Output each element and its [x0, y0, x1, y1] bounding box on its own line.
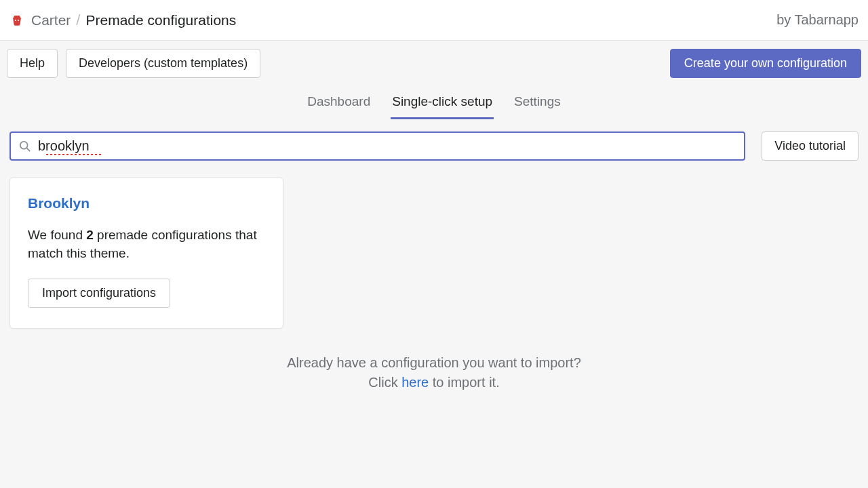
topbar: Carter / Premade configurations by Tabar…: [0, 0, 868, 41]
tab-settings[interactable]: Settings: [513, 89, 562, 119]
search-icon: [19, 140, 31, 152]
tab-dashboard[interactable]: Dashboard: [306, 89, 372, 119]
breadcrumb-separator: /: [76, 12, 80, 29]
theme-description: We found 2 premade configurations that m…: [28, 226, 265, 262]
theme-name[interactable]: Brooklyn: [28, 195, 265, 211]
search-row: Video tutorial: [0, 119, 868, 161]
svg-line-3: [27, 148, 31, 151]
svg-point-1: [18, 20, 19, 21]
import-configurations-button[interactable]: Import configurations: [28, 279, 170, 308]
byline: by Tabarnapp: [776, 12, 859, 28]
footer-line-2: Click here to import it.: [0, 373, 868, 392]
desc-count: 2: [86, 228, 94, 242]
create-configuration-button[interactable]: Create your own configuration: [670, 49, 861, 78]
breadcrumb-page: Premade configurations: [85, 12, 236, 28]
svg-point-0: [15, 20, 16, 21]
results-area: Brooklyn We found 2 premade configuratio…: [0, 161, 868, 345]
svg-point-2: [20, 141, 28, 148]
breadcrumb-store[interactable]: Carter: [31, 12, 71, 28]
video-tutorial-button[interactable]: Video tutorial: [762, 131, 859, 161]
footer-cta: Already have a configuration you want to…: [0, 353, 868, 392]
search-field-wrapper[interactable]: [9, 131, 745, 161]
theme-result-card: Brooklyn We found 2 premade configuratio…: [9, 177, 283, 329]
import-here-link[interactable]: here: [401, 375, 429, 390]
tabs: Dashboard Single-click setup Settings: [0, 78, 868, 119]
help-button[interactable]: Help: [7, 49, 58, 78]
app-logo-icon: [9, 13, 24, 28]
search-input[interactable]: [38, 138, 736, 154]
spellcheck-underline: [46, 154, 102, 155]
footer-post: to import it.: [429, 375, 499, 390]
tab-single-click-setup[interactable]: Single-click setup: [391, 89, 494, 119]
footer-line-1: Already have a configuration you want to…: [0, 353, 868, 373]
action-row: Help Developers (custom templates) Creat…: [0, 41, 868, 78]
desc-pre: We found: [28, 228, 86, 242]
breadcrumb: Carter / Premade configurations: [9, 12, 236, 29]
developers-button[interactable]: Developers (custom templates): [66, 49, 260, 78]
footer-pre: Click: [368, 375, 401, 390]
